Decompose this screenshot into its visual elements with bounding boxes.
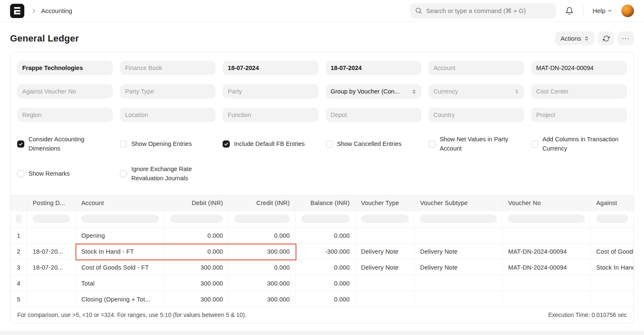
cell-credit[interactable]: 300.000 [229, 244, 296, 260]
notifications-bell-icon[interactable] [565, 7, 574, 15]
cell-voucher-type[interactable] [356, 291, 415, 307]
party-type-filter[interactable]: Party Type [120, 84, 216, 99]
cell-against[interactable]: Stock In Hand - FT [591, 260, 634, 275]
cell-against[interactable] [591, 291, 634, 307]
cell-balance[interactable]: 0.000 [296, 275, 356, 291]
cell-account[interactable]: Closing (Opening + Tot... [76, 291, 165, 307]
cell-debit[interactable]: 300.000 [165, 260, 229, 275]
header-posting-date[interactable]: Posting D... [27, 195, 76, 211]
column-filter-input[interactable] [361, 215, 409, 223]
column-filter-input[interactable] [170, 215, 223, 223]
to-date-filter[interactable]: 18-07-2024 [326, 61, 421, 75]
breadcrumb[interactable]: Accounting [41, 7, 72, 14]
erpnext-logo-icon[interactable] [10, 4, 24, 18]
cell-voucher-type[interactable]: Delivery Note [356, 260, 415, 275]
cell-voucher-subtype[interactable] [415, 291, 503, 307]
help-menu[interactable]: Help [592, 7, 612, 14]
depot-filter[interactable]: Depot [326, 108, 421, 122]
cell-debit[interactable]: 300.000 [165, 291, 229, 307]
cost-center-filter[interactable]: Cost Center [531, 84, 627, 99]
header-voucher-no[interactable]: Voucher No [503, 195, 591, 211]
cell-account[interactable]: Cost of Goods Sold - FT [76, 260, 165, 275]
project-filter[interactable]: Project [531, 108, 627, 122]
checkbox-add-columns-in-transaction-currency[interactable]: Add Columns in Transaction Currency [531, 135, 627, 153]
cell-voucher-subtype[interactable]: Delivery Note [415, 244, 503, 260]
search-input[interactable]: Search or type a command (⌘ + G) [410, 3, 556, 18]
from-date-filter[interactable]: 18-07-2024 [223, 61, 318, 75]
currency-filter[interactable]: Currency [428, 84, 524, 99]
cell-voucher-type[interactable] [356, 275, 415, 291]
header-credit[interactable]: Credit (INR) [229, 195, 296, 211]
cell-credit[interactable]: 300.000 [229, 291, 296, 307]
group-by-filter[interactable]: Group by Voucher (Con... [326, 84, 421, 99]
cell-account[interactable]: Opening [76, 228, 165, 244]
account-filter[interactable]: Account [428, 61, 524, 75]
function-filter[interactable]: Function [223, 108, 318, 122]
cell-posting-date[interactable] [27, 291, 76, 307]
checkbox-show-net-values-in-party-account[interactable]: Show Net Values in Party Account [428, 135, 524, 153]
cell-posting-date[interactable] [27, 228, 76, 244]
against-voucher-no-filter[interactable]: Against Voucher No [17, 84, 113, 99]
table-row[interactable]: 5 Closing (Opening + Tot... 300.000 300.… [10, 291, 634, 307]
header-debit[interactable]: Debit (INR) [165, 195, 229, 211]
company-filter[interactable]: Frappe Technologies [17, 61, 113, 75]
cell-voucher-no[interactable] [503, 275, 591, 291]
cell-debit[interactable]: 0.000 [165, 228, 229, 244]
checkbox-ignore-exchange-rate-revaluation-journals[interactable]: Ignore Exchange Rate Revaluation Journal… [120, 164, 216, 183]
cell-against[interactable]: Cost of Goods Sold - FT [591, 244, 634, 260]
voucher-no-filter[interactable]: MAT-DN-2024-00094 [531, 61, 627, 75]
cell-voucher-type[interactable]: Delivery Note [356, 244, 415, 260]
cell-voucher-no[interactable]: MAT-DN-2024-00094 [503, 260, 591, 275]
table-row[interactable]: 4 Total 300.000 300.000 0.000 [10, 275, 634, 291]
region-filter[interactable]: Region [17, 108, 113, 122]
header-voucher-type[interactable]: Voucher Type [356, 195, 415, 211]
cell-voucher-no[interactable] [503, 291, 591, 307]
cell-posting-date[interactable]: 18-07-20... [27, 260, 76, 275]
table-row[interactable]: 1 Opening 0.000 0.000 0.000 [10, 228, 634, 244]
column-filter-input[interactable] [420, 215, 497, 223]
column-filter-input[interactable] [301, 215, 350, 223]
column-filter-input[interactable] [16, 214, 21, 223]
checkbox-show-opening-entries[interactable]: Show Opening Entries [120, 135, 216, 153]
cell-voucher-no[interactable]: MAT-DN-2024-00094 [503, 244, 591, 260]
party-filter[interactable]: Party [223, 84, 318, 99]
cell-voucher-subtype[interactable] [415, 275, 503, 291]
cell-credit[interactable]: 0.000 [229, 228, 296, 244]
column-filter-input[interactable] [508, 215, 585, 223]
cell-voucher-type[interactable] [356, 228, 415, 244]
checkbox-show-remarks[interactable]: Show Remarks [17, 164, 113, 183]
checkbox-show-cancelled-entries[interactable]: Show Cancelled Entries [326, 135, 421, 153]
cell-voucher-no[interactable] [503, 228, 591, 244]
refresh-button[interactable] [598, 31, 614, 45]
cell-balance[interactable]: 0.000 [296, 228, 356, 244]
cell-balance[interactable]: 0.000 [296, 260, 356, 275]
column-filter-input[interactable] [81, 215, 159, 223]
user-avatar[interactable] [621, 5, 634, 17]
cell-balance[interactable]: -300.000 [296, 244, 356, 260]
cell-credit[interactable]: 300.000 [229, 275, 296, 291]
cell-credit[interactable]: 0.000 [229, 260, 296, 275]
cell-debit[interactable]: 300.000 [165, 275, 229, 291]
cell-balance[interactable]: 0.000 [296, 291, 356, 307]
cell-debit[interactable]: 0.000 [165, 244, 229, 260]
table-row[interactable]: 3 18-07-20... Cost of Goods Sold - FT 30… [10, 260, 634, 275]
more-options-button[interactable]: ··· [618, 31, 634, 45]
header-account[interactable]: Account [76, 195, 165, 211]
table-row[interactable]: 2 18-07-20... Stock In Hand - FT 0.000 3… [10, 244, 634, 260]
location-filter[interactable]: Location [120, 108, 216, 122]
column-filter-input[interactable] [234, 215, 290, 223]
checkbox-consider-accounting-dimensions[interactable]: Consider Accounting Dimensions [17, 135, 113, 153]
header-balance[interactable]: Balance (INR) [296, 195, 356, 211]
cell-voucher-subtype[interactable] [415, 228, 503, 244]
checkbox-include-default-fb-entries[interactable]: Include Default FB Entries [223, 135, 318, 153]
header-against[interactable]: Against [591, 195, 634, 211]
cell-account[interactable]: Stock In Hand - FT [76, 244, 165, 260]
actions-button[interactable]: Actions [555, 31, 595, 45]
header-voucher-subtype[interactable]: Voucher Subtype [415, 195, 503, 211]
cell-account[interactable]: Total [76, 275, 165, 291]
cell-against[interactable] [591, 228, 634, 244]
cell-posting-date[interactable] [27, 275, 76, 291]
column-filter-input[interactable] [596, 215, 628, 223]
finance-book-filter[interactable]: Finance Book [120, 61, 216, 75]
country-filter[interactable]: Country [428, 108, 524, 122]
